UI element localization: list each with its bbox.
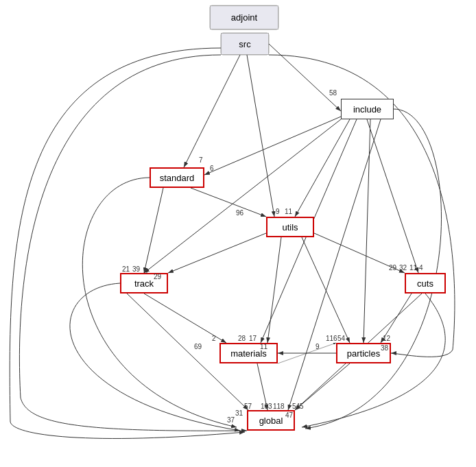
label-11c: 11 (260, 343, 267, 350)
label-4b: 4 (419, 264, 423, 272)
label-29a: 29 (154, 273, 161, 280)
label-17: 17 (249, 335, 257, 342)
svg-line-8 (144, 119, 341, 273)
label-58: 58 (329, 89, 337, 97)
label-4a: 4 (144, 267, 148, 275)
graph-svg (0, 0, 476, 467)
svg-line-11 (364, 119, 370, 343)
svg-line-13 (191, 188, 266, 217)
label-21: 21 (122, 265, 130, 273)
svg-line-6 (204, 117, 341, 175)
label-2: 2 (212, 335, 216, 342)
label-54: 54 (337, 335, 345, 342)
label-32: 32 (399, 264, 407, 272)
label-12: 12 (383, 335, 390, 342)
svg-line-17 (267, 237, 281, 343)
node-standard: standard (150, 167, 204, 188)
label-9b: 9 (316, 343, 320, 350)
label-11a: 11 (285, 208, 292, 215)
label-116: 116 (326, 335, 337, 342)
label-29b: 29 (389, 264, 396, 272)
svg-line-18 (302, 237, 350, 343)
label-38: 38 (381, 344, 388, 352)
svg-line-4 (184, 55, 240, 167)
label-39: 39 (132, 265, 140, 273)
label-11b: 11 (409, 264, 417, 272)
label-57: 57 (244, 403, 252, 410)
label-31: 31 (235, 409, 243, 417)
svg-line-9 (367, 119, 418, 273)
label-103: 103 (261, 403, 272, 410)
graph-container: adjoint src include standard utils track… (0, 0, 476, 467)
label-28: 28 (238, 335, 246, 342)
label-118: 118 (273, 403, 285, 410)
label-37: 37 (227, 416, 235, 424)
label-7: 7 (199, 156, 203, 164)
label-47: 47 (285, 411, 293, 419)
node-adjoint: adjoint (210, 5, 278, 29)
node-materials: materials (219, 343, 278, 363)
svg-line-5 (247, 55, 274, 217)
node-cuts: cuts (405, 273, 446, 294)
label-6: 6 (210, 165, 214, 172)
node-utils: utils (266, 217, 314, 237)
svg-line-12 (288, 119, 381, 410)
node-include: include (341, 99, 394, 119)
label-545: 545 (292, 403, 304, 410)
label-96: 96 (236, 209, 243, 217)
svg-line-15 (168, 233, 266, 273)
svg-line-3 (269, 44, 341, 111)
label-9: 9 (276, 208, 280, 215)
label-69: 69 (194, 343, 202, 350)
node-src: src (221, 33, 269, 55)
